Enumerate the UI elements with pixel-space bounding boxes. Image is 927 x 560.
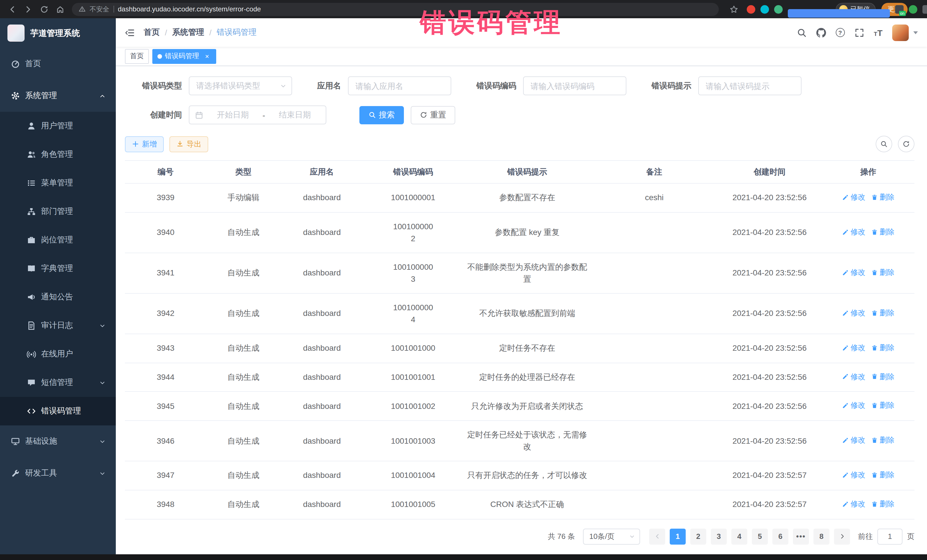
sidebar-item-dict[interactable]: 字典管理: [0, 254, 116, 283]
extension-icon-grid[interactable]: [787, 9, 890, 17]
delete-link[interactable]: 删除: [871, 342, 895, 353]
search-button[interactable]: 搜索: [359, 106, 404, 124]
page-size-select[interactable]: 10条/页: [583, 528, 640, 544]
pagination-page-3[interactable]: 3: [711, 528, 727, 544]
browser-reload-button[interactable]: [36, 2, 51, 17]
goto-page-input[interactable]: [877, 528, 903, 544]
edit-icon: [842, 437, 849, 444]
error-hint-input[interactable]: [698, 76, 801, 95]
sidebar-toggle-button[interactable]: [125, 28, 135, 37]
pagination-page-2[interactable]: 2: [690, 528, 706, 544]
edit-link[interactable]: 修改: [842, 307, 865, 319]
cell-app: dashboard: [280, 183, 363, 212]
toggle-search-button[interactable]: [876, 136, 892, 152]
browser-forward-button[interactable]: [21, 2, 35, 17]
cell-msg: 定时任务的处理器已经存在: [463, 363, 591, 392]
breadcrumb-item[interactable]: 首页: [144, 27, 160, 38]
error-code-input[interactable]: [523, 76, 626, 95]
extensions-puzzle-icon[interactable]: [922, 5, 927, 14]
sidebar-item-menu[interactable]: 菜单管理: [0, 169, 116, 197]
delete-link[interactable]: 删除: [871, 226, 895, 238]
edit-link[interactable]: 修改: [842, 191, 865, 203]
extension-icon-green[interactable]: [909, 5, 917, 14]
sidebar-item-sms[interactable]: 短信管理: [0, 369, 116, 397]
extension-icon-record[interactable]: [746, 5, 755, 14]
fullscreen-icon[interactable]: [854, 28, 864, 37]
sidebar-item-audit-log[interactable]: 审计日志: [0, 311, 116, 340]
app-logo[interactable]: 芋道管理系统: [0, 18, 116, 48]
sidebar-item-post[interactable]: 岗位管理: [0, 226, 116, 254]
pagination-page-4[interactable]: 4: [731, 528, 747, 544]
filter-row-1: 错误码类型请选择错误码类型应用名错误码编码错误码提示: [125, 76, 915, 95]
pagination-more-button[interactable]: •••: [793, 528, 809, 544]
reset-button[interactable]: 重置: [411, 106, 455, 124]
edit-link[interactable]: 修改: [842, 498, 865, 510]
sidebar-item-system[interactable]: 系统管理: [0, 80, 116, 112]
sidebar: 芋道管理系统 首页系统管理用户管理角色管理菜单管理部门管理岗位管理字典管理通知公…: [0, 18, 116, 560]
refresh-table-button[interactable]: [898, 136, 915, 152]
delete-link[interactable]: 删除: [871, 371, 895, 382]
pagination-page-5[interactable]: 5: [752, 528, 768, 544]
user-avatar[interactable]: [892, 24, 909, 41]
tab-home[interactable]: 首页: [125, 49, 149, 64]
sidebar-item-dept[interactable]: 部门管理: [0, 197, 116, 226]
notice-icon: [27, 293, 36, 302]
help-icon[interactable]: ?: [836, 28, 845, 37]
pagination-page-6[interactable]: 6: [772, 528, 789, 544]
sidebar-item-label: 角色管理: [41, 149, 73, 160]
edit-link[interactable]: 修改: [842, 434, 865, 446]
chevron-down-icon[interactable]: [913, 31, 918, 34]
edit-link[interactable]: 修改: [842, 226, 865, 238]
edit-link[interactable]: 修改: [842, 400, 865, 411]
edit-link[interactable]: 修改: [842, 371, 865, 382]
edit-link[interactable]: 修改: [842, 342, 865, 353]
tab-error-code[interactable]: 错误码管理×: [152, 49, 216, 64]
sidebar-item-online-user[interactable]: 在线用户: [0, 340, 116, 369]
export-button[interactable]: 导出: [169, 136, 208, 152]
search-icon[interactable]: [797, 28, 806, 37]
create-time-range-picker[interactable]: 开始日期 - 结束日期: [189, 106, 326, 124]
delete-icon: [871, 269, 878, 276]
app-title: 芋道管理系统: [30, 28, 80, 38]
breadcrumb-item[interactable]: 系统管理: [172, 27, 204, 38]
browser-home-button[interactable]: [53, 2, 67, 17]
font-size-icon[interactable]: TT: [874, 28, 883, 37]
extension-icon-vue-devtools[interactable]: [774, 5, 783, 14]
edit-link[interactable]: 修改: [842, 469, 865, 480]
cell-id: 3942: [125, 293, 206, 334]
sidebar-item-role[interactable]: 角色管理: [0, 140, 116, 169]
extension-icon-proxy-on[interactable]: on: [895, 5, 903, 14]
delete-link[interactable]: 删除: [871, 191, 895, 203]
sidebar-item-user[interactable]: 用户管理: [0, 112, 116, 140]
browser-back-button[interactable]: [5, 2, 20, 17]
delete-link[interactable]: 删除: [871, 498, 895, 510]
sidebar-item-label: 短信管理: [41, 378, 73, 388]
sidebar-item-error-code[interactable]: 错误码管理: [0, 397, 116, 425]
pagination-prev-button[interactable]: [649, 528, 665, 544]
cell-code: 1001000001: [363, 183, 463, 212]
column-header-code: 错误码编码: [363, 161, 463, 183]
pagination-page-8[interactable]: 8: [813, 528, 830, 544]
delete-link[interactable]: 删除: [871, 307, 895, 319]
delete-link[interactable]: 删除: [871, 267, 895, 278]
add-button[interactable]: 新增: [125, 136, 164, 152]
github-icon[interactable]: [816, 28, 826, 37]
error-type-select[interactable]: 请选择错误码类型: [189, 76, 292, 95]
app-name-input[interactable]: [348, 76, 451, 95]
sidebar-item-dev-tools[interactable]: 研发工具: [0, 457, 116, 489]
sidebar-item-home[interactable]: 首页: [0, 48, 116, 80]
sidebar-item-infra[interactable]: 基础设施: [0, 425, 116, 457]
bookmark-star-icon[interactable]: [726, 2, 741, 17]
pagination-page-1[interactable]: 1: [670, 528, 686, 544]
sidebar-item-notice[interactable]: 通知公告: [0, 283, 116, 311]
edit-link[interactable]: 修改: [842, 267, 865, 278]
delete-link[interactable]: 删除: [871, 400, 895, 411]
delete-link[interactable]: 删除: [871, 434, 895, 446]
cell-app: dashboard: [280, 490, 363, 519]
delete-link[interactable]: 删除: [871, 469, 895, 480]
extension-icon-teal[interactable]: [760, 5, 769, 14]
tab-close-icon[interactable]: ×: [203, 52, 211, 60]
pagination-next-button[interactable]: [834, 528, 850, 544]
address-bar[interactable]: 不安全 dashboard.yudao.iocoder.cn/system/er…: [72, 3, 719, 16]
cell-app: dashboard: [280, 363, 363, 392]
